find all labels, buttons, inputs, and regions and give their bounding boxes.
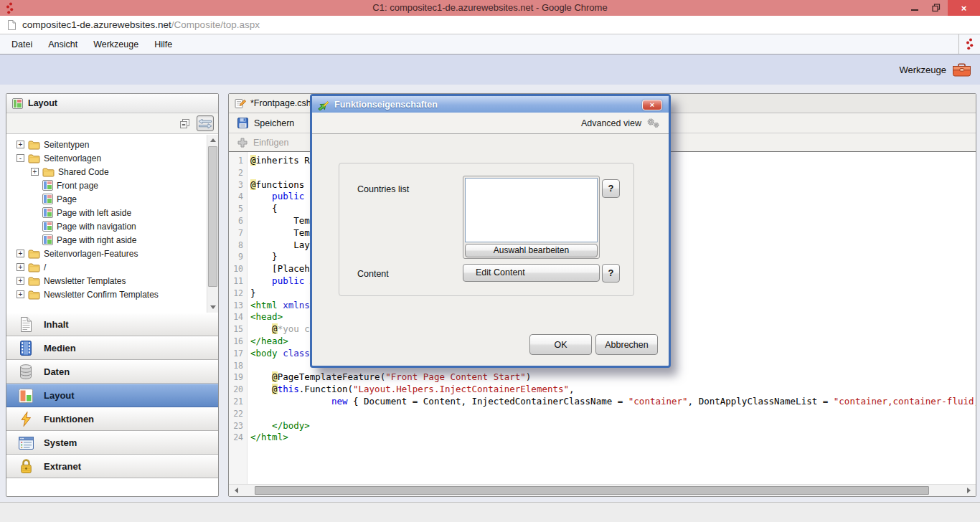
hscrollbar-thumb[interactable] xyxy=(255,486,929,495)
tree-item-label: Newsletter Templates xyxy=(44,276,126,286)
tree-item[interactable]: +Shared Code xyxy=(6,165,218,179)
scroll-up-button[interactable] xyxy=(207,135,218,146)
sidebar-section-medien[interactable]: Medien xyxy=(6,336,218,360)
countries-list-label: Countries list xyxy=(357,184,409,194)
tree-toolbar xyxy=(6,113,218,134)
scroll-down-button[interactable] xyxy=(207,302,218,313)
restore-button[interactable] xyxy=(925,0,947,16)
panel-header: Layout xyxy=(6,94,218,113)
tools-label: Werkzeuge xyxy=(899,65,946,75)
toolbox-icon xyxy=(952,62,971,77)
expand-toggle-icon[interactable]: + xyxy=(17,290,24,298)
sync-view-button[interactable] xyxy=(197,115,214,131)
expand-toggle-icon[interactable]: + xyxy=(31,168,39,176)
tree-item-label: / xyxy=(44,262,46,272)
tree-item[interactable]: -Seitenvorlagen xyxy=(6,151,218,165)
close-window-button[interactable]: × xyxy=(948,0,980,16)
expand-toggle-icon[interactable]: + xyxy=(17,277,24,285)
scroll-right-button[interactable] xyxy=(963,485,974,496)
tree-item-label: Page with left aside xyxy=(57,208,131,218)
address-bar[interactable]: compositec1-de.azurewebsites.net/Composi… xyxy=(0,16,980,34)
tree-item[interactable]: +Seitentypen xyxy=(6,138,218,151)
panel-title: Layout xyxy=(28,98,57,108)
dialog-body: Countries list Auswahl bearbeiten ? Cont… xyxy=(312,134,669,365)
sidebar-section-extranet[interactable]: Extranet xyxy=(6,455,218,478)
tree-item[interactable]: Front page xyxy=(6,179,218,192)
menu-item-werkzeuge[interactable]: Werkzeuge xyxy=(90,37,141,52)
tree-item[interactable]: +Newsletter Confirm Templates xyxy=(6,288,218,301)
system-icon xyxy=(17,436,34,450)
menu-item-hilfe[interactable]: Hilfe xyxy=(151,37,175,52)
tools-button[interactable]: Werkzeuge xyxy=(899,54,971,85)
scroll-left-button[interactable] xyxy=(230,485,242,496)
countries-help-button[interactable]: ? xyxy=(602,179,620,198)
tree-item[interactable]: +/ xyxy=(6,260,218,274)
sidebar-section-daten[interactable]: Daten xyxy=(6,360,218,384)
menu-item-ansicht[interactable]: Ansicht xyxy=(45,37,80,52)
tree-item-label: Shared Code xyxy=(58,167,109,177)
line-number: 19 xyxy=(229,371,247,384)
line-number: 7 xyxy=(229,227,247,239)
folder-icon xyxy=(28,276,40,286)
menubar-logo-cell xyxy=(958,34,980,54)
tree-item[interactable]: +Seitenvorlagen-Features xyxy=(6,247,218,260)
tree-item[interactable]: Page with right aside xyxy=(6,233,218,247)
tree-item[interactable]: Page with left aside xyxy=(6,206,218,219)
composite-logo-icon xyxy=(966,38,974,50)
content-label: Content xyxy=(357,269,389,279)
sidebar-section-label: Funktionen xyxy=(44,414,94,424)
line-number: 22 xyxy=(229,408,247,420)
tree-item[interactable]: +Newsletter Templates xyxy=(6,274,218,288)
scrollbar-thumb[interactable] xyxy=(208,146,217,287)
editor-hscrollbar[interactable] xyxy=(229,484,976,496)
cancel-button[interactable]: Abbrechen xyxy=(595,334,658,355)
edit-page-icon xyxy=(235,98,246,109)
dialog-close-button[interactable]: × xyxy=(642,100,662,110)
save-label: Speichern xyxy=(254,118,294,128)
line-number: 24 xyxy=(229,432,247,444)
tree-item[interactable]: Page with navigation xyxy=(6,219,218,233)
ok-button[interactable]: OK xyxy=(529,334,592,355)
line-number: 15 xyxy=(229,323,247,336)
function-icon xyxy=(317,99,329,110)
collapse-all-icon xyxy=(179,118,191,130)
lock-icon xyxy=(17,458,34,475)
sidebar-section-system[interactable]: System xyxy=(6,431,218,455)
sidebar-section-layout[interactable]: Layout xyxy=(6,384,218,407)
expand-toggle-icon[interactable]: + xyxy=(17,141,24,148)
line-number: 8 xyxy=(229,239,247,252)
line-number: 9 xyxy=(229,251,247,263)
advanced-view-toggle[interactable]: Advanced view xyxy=(312,113,669,134)
line-number: 16 xyxy=(229,336,247,348)
content-help-button[interactable]: ? xyxy=(602,264,620,283)
template-icon xyxy=(42,180,53,191)
tree-item-label: Page xyxy=(57,194,77,204)
tree-item[interactable]: Page xyxy=(6,192,218,206)
dialog-titlebar[interactable]: Funktionseigenschaften xyxy=(312,96,669,113)
url-path: /Composite/top.aspx xyxy=(171,19,260,30)
folder-icon xyxy=(28,290,40,300)
sidebar-section-inhalt[interactable]: Inhalt xyxy=(6,313,218,336)
expand-toggle-icon[interactable]: + xyxy=(17,250,24,257)
tree-scrollbar[interactable] xyxy=(207,135,218,313)
edit-content-button[interactable]: Edit Content xyxy=(463,264,600,282)
minimize-button[interactable] xyxy=(904,0,925,16)
edit-selection-button[interactable]: Auswahl bearbeiten xyxy=(465,244,598,257)
function-properties-dialog: Funktionseigenschaften × Advanced view C… xyxy=(310,94,671,368)
layout-icon xyxy=(17,388,34,404)
collapse-all-button[interactable] xyxy=(176,115,193,131)
folder-icon xyxy=(42,167,55,177)
code-line xyxy=(250,408,976,420)
line-number: 17 xyxy=(229,348,247,360)
database-icon xyxy=(17,364,34,380)
window-title: C1: compositec1-de.azurewebsites.net - G… xyxy=(0,0,980,16)
line-number: 21 xyxy=(229,396,247,408)
menu-item-datei[interactable]: Datei xyxy=(9,37,35,52)
sidebar-section-funktionen[interactable]: Funktionen xyxy=(6,407,218,431)
template-icon xyxy=(42,194,53,204)
expand-toggle-icon[interactable]: + xyxy=(17,263,24,271)
line-number: 6 xyxy=(229,215,247,227)
gears-icon xyxy=(646,118,660,128)
countries-listbox[interactable] xyxy=(465,178,598,242)
collapse-toggle-icon[interactable]: - xyxy=(17,154,24,162)
